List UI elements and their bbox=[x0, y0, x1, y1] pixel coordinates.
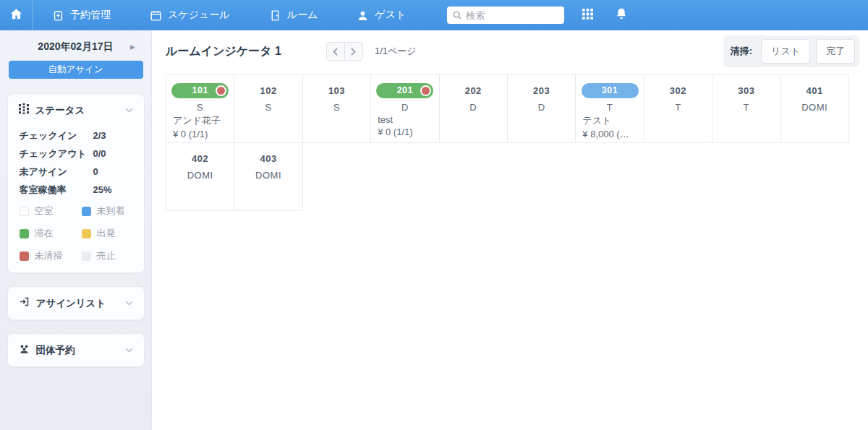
legend-item: 未到着 bbox=[82, 205, 132, 218]
assign-list-title: アサインリスト bbox=[36, 297, 119, 310]
status-panel-header[interactable]: ステータス bbox=[8, 94, 144, 126]
legend-swatch bbox=[20, 251, 29, 261]
status-row-label: チェックイン bbox=[20, 129, 93, 142]
room-type: D bbox=[371, 102, 438, 113]
nav-item-label: スケジュール bbox=[168, 9, 230, 22]
legend-label: 空室 bbox=[35, 205, 54, 218]
pager bbox=[326, 42, 363, 61]
page-title: ルームインジケータ 1 bbox=[166, 44, 281, 59]
caret-right-icon[interactable]: ▶ bbox=[130, 43, 135, 51]
room-number: 201 bbox=[397, 85, 413, 95]
status-panel: ステータス チェックイン 2/3 チェックアウト 0/0 未アサイン 0 客室稼… bbox=[7, 93, 145, 273]
room-cell[interactable]: 101 S アンド花子 ¥ 0 (1/1) bbox=[166, 74, 234, 143]
cleaning-done-button[interactable]: 完了 bbox=[816, 39, 855, 64]
status-row: チェックイン 2/3 bbox=[8, 126, 144, 145]
prev-page-button[interactable] bbox=[326, 42, 345, 61]
room-type: DOMI bbox=[781, 102, 848, 113]
legend-label: 未清掃 bbox=[35, 249, 63, 262]
status-row-label: 客室稼働率 bbox=[20, 184, 93, 197]
room-icon bbox=[269, 9, 281, 22]
search-input[interactable] bbox=[447, 7, 564, 24]
chevron-down-icon[interactable] bbox=[125, 301, 133, 306]
room-cell[interactable]: 201 D test ¥ 0 (1/1) bbox=[370, 74, 439, 143]
nav-item-reservations[interactable]: 予約管理 bbox=[33, 0, 130, 30]
legend-swatch bbox=[82, 251, 91, 261]
status-row-value: 2/3 bbox=[93, 130, 106, 141]
reservation-icon bbox=[52, 9, 64, 22]
cleaning-controls: 清掃: リスト 完了 bbox=[723, 35, 859, 67]
room-guest-name: テスト bbox=[576, 114, 643, 127]
room-grid: 101 S アンド花子 ¥ 0 (1/1) 102 S 103 S 201 D bbox=[166, 74, 853, 210]
room-cell[interactable]: 202 D bbox=[439, 74, 508, 143]
room-cell[interactable]: 401 DOMI bbox=[780, 74, 849, 143]
status-row: 未アサイン 0 bbox=[8, 163, 144, 181]
assign-list-icon bbox=[19, 296, 30, 310]
room-number: 302 bbox=[644, 83, 712, 98]
assign-list-header[interactable]: アサインリスト bbox=[8, 287, 144, 319]
home-button[interactable] bbox=[0, 0, 32, 30]
room-type: T bbox=[712, 102, 780, 113]
room-status-pill[interactable]: 201 bbox=[376, 83, 433, 98]
page-info: 1/1ページ bbox=[375, 45, 417, 58]
notifications-button[interactable] bbox=[616, 7, 627, 23]
room-cell[interactable]: 103 S bbox=[302, 74, 371, 143]
room-cell[interactable]: 403 DOMI bbox=[234, 142, 302, 211]
room-number: 301 bbox=[602, 85, 618, 95]
nav-item-guests[interactable]: ゲスト bbox=[337, 0, 425, 30]
group-booking-icon bbox=[19, 343, 30, 357]
room-cell[interactable]: 203 D bbox=[507, 74, 576, 143]
room-number: 101 bbox=[192, 85, 208, 95]
room-number: 402 bbox=[166, 151, 234, 166]
room-number: 103 bbox=[303, 83, 370, 98]
room-status-pill[interactable]: 301 bbox=[582, 83, 639, 98]
room-price: ¥ 8,000 (… bbox=[576, 129, 643, 139]
room-cell[interactable]: 302 T bbox=[644, 74, 712, 143]
sidebar: 2020年02月17日 ▶ 自動アサイン ステータス チェックイン 2/3 チェ… bbox=[0, 30, 152, 430]
room-guest-name: アンド花子 bbox=[166, 114, 234, 127]
room-type: S bbox=[234, 102, 302, 113]
legend-item: 未清掃 bbox=[20, 249, 82, 262]
bell-icon bbox=[616, 7, 627, 23]
assign-list-panel: アサインリスト bbox=[7, 286, 145, 320]
top-nav: 予約管理 スケジュール ルーム ゲスト bbox=[0, 0, 868, 30]
search-icon bbox=[452, 10, 462, 23]
nav-item-rooms[interactable]: ルーム bbox=[250, 0, 338, 30]
room-cell[interactable]: 303 T bbox=[712, 74, 780, 143]
status-rows: チェックイン 2/3 チェックアウト 0/0 未アサイン 0 客室稼働率 25% bbox=[8, 126, 144, 199]
apps-grid-button[interactable] bbox=[582, 8, 594, 23]
nav-item-label: ゲスト bbox=[375, 9, 406, 22]
room-cell[interactable]: 301 T テスト ¥ 8,000 (… bbox=[575, 74, 644, 143]
legend-swatch bbox=[20, 207, 29, 216]
room-type: DOMI bbox=[166, 170, 234, 181]
legend-label: 売止 bbox=[97, 249, 116, 262]
legend-item: 売止 bbox=[82, 249, 132, 262]
status-row-label: 未アサイン bbox=[20, 165, 93, 179]
chevron-down-icon[interactable] bbox=[125, 348, 133, 353]
chevron-down-icon[interactable] bbox=[125, 108, 133, 113]
guest-icon bbox=[357, 9, 369, 22]
room-number: 202 bbox=[440, 83, 507, 98]
room-status-pill[interactable]: 101 bbox=[171, 83, 229, 98]
room-type: S bbox=[166, 102, 234, 113]
room-type: T bbox=[644, 102, 712, 113]
group-booking-header[interactable]: 団体予約 bbox=[8, 334, 144, 366]
room-price: ¥ 0 (1/1) bbox=[371, 126, 438, 137]
cleaning-list-button[interactable]: リスト bbox=[761, 39, 810, 64]
room-guest-name: test bbox=[371, 114, 438, 125]
room-cell[interactable]: 402 DOMI bbox=[166, 142, 234, 211]
auto-assign-button[interactable]: 自動アサイン bbox=[9, 61, 143, 79]
next-page-button[interactable] bbox=[344, 42, 363, 61]
nav-item-schedule[interactable]: スケジュール bbox=[130, 0, 250, 30]
room-number: 401 bbox=[781, 83, 848, 98]
main-content: ルームインジケータ 1 1/1ページ 清掃: リスト 完了 101 S アンド花… bbox=[153, 30, 868, 430]
room-number: 102 bbox=[234, 83, 302, 98]
room-type: D bbox=[508, 102, 575, 113]
room-number: 303 bbox=[712, 83, 780, 98]
current-date: 2020年02月17日 bbox=[38, 40, 113, 53]
status-row: チェックアウト 0/0 bbox=[8, 145, 144, 163]
room-cell[interactable]: 102 S bbox=[234, 74, 302, 143]
date-selector[interactable]: 2020年02月17日 ▶ bbox=[0, 36, 151, 58]
schedule-icon bbox=[150, 9, 162, 22]
legend-item: 空室 bbox=[20, 205, 82, 218]
room-type: DOMI bbox=[234, 170, 302, 181]
